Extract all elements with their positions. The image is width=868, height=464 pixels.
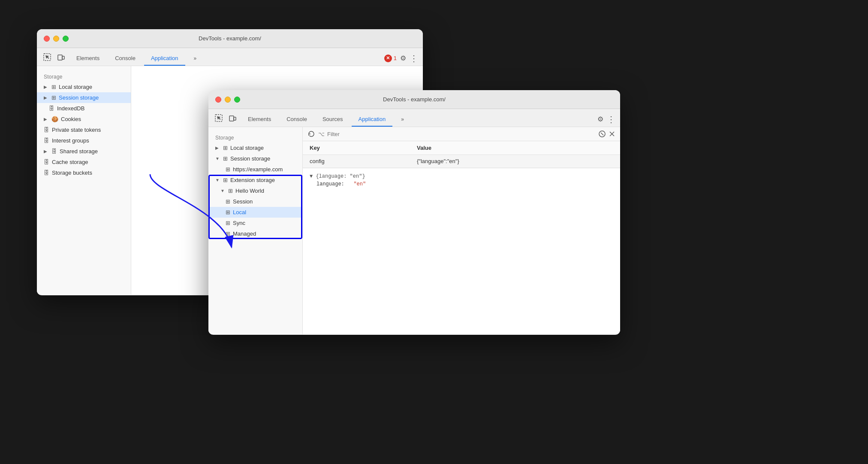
close-filter-button[interactable] (609, 131, 615, 137)
grid-icon: ⊞ (228, 188, 233, 194)
sidebar-item-session-storage-front[interactable]: ⊞ Session storage (208, 153, 302, 164)
sidebar-item-session-storage-back[interactable]: ⊞ Session storage (37, 92, 131, 103)
cookie-icon: 🍪 (51, 116, 58, 122)
grid-icon: ⊞ (226, 230, 230, 237)
arrow-icon (215, 156, 220, 161)
cursor-icon-front[interactable] (214, 113, 224, 123)
minimize-button-front[interactable] (225, 97, 231, 103)
sidebar-item-sync-front[interactable]: ⊞ Sync (208, 218, 302, 228)
tab-console-back[interactable]: Console (108, 52, 142, 66)
tabs-bar-front: Elements Console Sources Application » ⚙… (208, 109, 620, 127)
grid-icon: ⊞ (226, 220, 230, 226)
grid-icon: ⊞ (51, 84, 56, 90)
db-icon: 🗄 (44, 127, 49, 133)
settings-icon-back[interactable]: ⚙ (400, 54, 406, 62)
filter-bar: ⌥ (303, 127, 620, 141)
more-options-icon-back[interactable]: ⋮ (410, 56, 418, 61)
sidebar-item-private-tokens-back[interactable]: 🗄 Private state tokens (37, 124, 131, 135)
tab-elements-back[interactable]: Elements (69, 52, 106, 66)
arrow-icon (215, 146, 220, 150)
minimize-button-back[interactable] (53, 36, 59, 42)
sidebar-item-example-com-front[interactable]: ⊞ https://example.com (208, 164, 302, 175)
sidebar-item-local-front[interactable]: ⊞ Local (208, 207, 302, 218)
svg-line-8 (601, 133, 603, 135)
error-icon-back: ✕ (384, 55, 392, 62)
sidebar-front: Storage ⊞ Local storage ⊞ Session storag… (208, 127, 303, 334)
tabs-right-front: ⚙ ⋮ (597, 115, 615, 127)
sidebar-item-indexeddb-back[interactable]: 🗄 IndexedDB (37, 103, 131, 114)
error-count-back: 1 (394, 55, 397, 61)
arrow-icon (44, 149, 49, 154)
tabs-right-back: ✕ 1 ⚙ ⋮ (384, 54, 418, 66)
svg-rect-5 (229, 116, 234, 121)
refresh-button[interactable] (308, 130, 315, 137)
settings-icon-front[interactable]: ⚙ (597, 115, 603, 123)
tab-application-back[interactable]: Application (144, 52, 185, 66)
title-bar-front: DevTools - example.com/ (208, 90, 620, 109)
tab-sources-front[interactable]: Sources (316, 112, 350, 127)
sidebar-item-cookies-back[interactable]: 🍪 Cookies (37, 114, 131, 124)
sidebar-item-cache-storage-back[interactable]: 🗄 Cache storage (37, 157, 131, 167)
filter-input[interactable] (327, 131, 595, 137)
device-icon-front[interactable] (227, 113, 238, 123)
inspector-icons-front (214, 113, 238, 127)
clear-filter-icon[interactable] (599, 130, 606, 137)
grid-icon: ⊞ (226, 209, 230, 215)
svg-rect-2 (62, 56, 64, 59)
key-value-table: Key Value config {"language":"en"} (303, 141, 620, 168)
grid-icon: ⊞ (223, 145, 228, 151)
traffic-lights-back (44, 36, 69, 42)
json-preview: ▼ {language: "en"} language: "en" (303, 168, 620, 192)
sidebar-item-hello-world-front[interactable]: ⊞ Hello World (208, 185, 302, 196)
tabs-bar-back: Elements Console Application » ✕ 1 ⚙ ⋮ (37, 48, 423, 66)
sidebar-item-session-front[interactable]: ⊞ Session (208, 196, 302, 207)
sidebar-item-storage-buckets-back[interactable]: 🗄 Storage buckets (37, 167, 131, 178)
more-tabs-back[interactable]: » (187, 52, 204, 66)
tab-console-front[interactable]: Console (280, 112, 314, 127)
storage-section-label-front: Storage (208, 132, 302, 143)
table-container: Key Value config {"language":"en"} (303, 141, 620, 334)
sidebar-item-extension-storage-front[interactable]: ⊞ Extension storage (208, 175, 302, 185)
filter-input-wrap: ⌥ (318, 131, 595, 137)
sidebar-item-local-storage-back[interactable]: ⊞ Local storage (37, 82, 131, 92)
window-title-back: DevTools - example.com/ (199, 35, 261, 42)
window-title-front: DevTools - example.com/ (383, 96, 446, 103)
device-icon[interactable] (56, 52, 66, 62)
close-button-front[interactable] (215, 97, 221, 103)
tab-elements-front[interactable]: Elements (241, 112, 278, 127)
more-tabs-front[interactable]: » (394, 113, 411, 127)
grid-icon: ⊞ (51, 94, 56, 101)
sidebar-item-managed-front[interactable]: ⊞ Managed (208, 228, 302, 239)
sidebar-item-shared-storage-back[interactable]: 🗄 Shared storage (37, 146, 131, 157)
tab-application-front[interactable]: Application (352, 112, 393, 127)
arrow-icon (44, 95, 49, 100)
cursor-icon[interactable] (42, 52, 52, 62)
inspector-icons-back (42, 52, 66, 66)
grid-icon: ⊞ (223, 177, 228, 183)
devtools-window-front: DevTools - example.com/ Elements Console… (208, 90, 620, 335)
key-cell: config (303, 155, 410, 168)
svg-rect-1 (58, 55, 62, 60)
close-button-back[interactable] (44, 36, 50, 42)
maximize-button-back[interactable] (63, 36, 69, 42)
filter-actions (599, 130, 615, 137)
table-row[interactable]: config {"language":"en"} (303, 155, 620, 168)
extension-storage-group: ⊞ Extension storage ⊞ Hello World ⊞ Sess… (208, 175, 302, 239)
right-panel-front: ⌥ Key Val (303, 127, 620, 334)
col-value-header: Value (410, 141, 620, 155)
more-options-icon-front[interactable]: ⋮ (607, 117, 615, 122)
maximize-button-front[interactable] (234, 97, 240, 103)
title-bar-back: DevTools - example.com/ (37, 29, 423, 48)
grid-icon: ⊞ (223, 155, 228, 162)
db-icon: 🗄 (51, 148, 57, 155)
col-key-header: Key (303, 141, 410, 155)
sidebar-item-local-storage-front[interactable]: ⊞ Local storage (208, 143, 302, 153)
sidebar-item-interest-groups-back[interactable]: 🗄 Interest groups (37, 135, 131, 146)
value-cell: {"language":"en"} (410, 155, 620, 168)
main-content-front: Storage ⊞ Local storage ⊞ Session storag… (208, 127, 620, 334)
db-icon: 🗄 (44, 137, 49, 144)
db-icon: 🗄 (44, 159, 49, 165)
filter-icon: ⌥ (318, 131, 325, 137)
arrow-icon (220, 188, 226, 193)
grid-icon: ⊞ (226, 198, 230, 205)
